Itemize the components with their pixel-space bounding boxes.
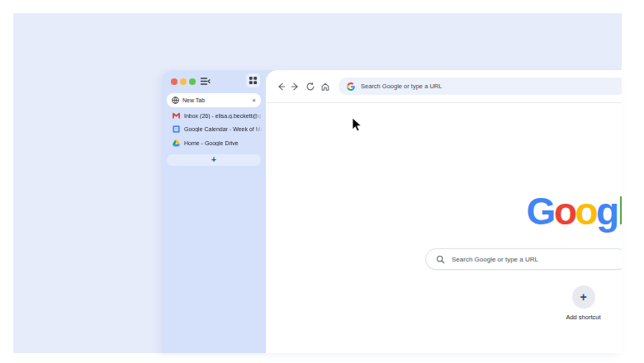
globe-icon	[172, 97, 179, 104]
add-shortcut-button[interactable]: +	[572, 285, 595, 309]
tab-new-tab[interactable]: New Tab ×	[167, 93, 261, 107]
tab-google-drive[interactable]: Home - Google Drive	[162, 136, 266, 150]
minimize-window-button[interactable]	[180, 78, 187, 85]
logo-letter: l	[618, 190, 622, 233]
browser-window: New Tab × Inbox (26) - elisa.g.beckett@g…	[162, 70, 622, 353]
new-tab-button[interactable]: +	[167, 154, 261, 166]
refresh-button[interactable]	[303, 79, 318, 94]
ntp-search-placeholder: Search Google or type a URL	[452, 256, 538, 263]
browser-toolbar: Search Google or type a URL	[266, 70, 622, 102]
back-button[interactable]	[273, 79, 288, 94]
plus-icon: +	[580, 291, 586, 303]
close-window-button[interactable]	[171, 78, 178, 85]
plus-icon: +	[211, 156, 216, 164]
vertical-tab-sidebar: New Tab × Inbox (26) - elisa.g.beckett@g…	[162, 70, 266, 353]
calendar-icon: 31	[173, 125, 180, 133]
tab-label: Google Calendar - Week of Ma	[184, 126, 263, 132]
desktop-screenshot: { "sidebar": { "window_controls": { "clo…	[0, 0, 644, 363]
add-shortcut-label: Add shortcut	[560, 314, 607, 321]
tab-label: New Tab	[182, 97, 249, 103]
forward-button[interactable]	[288, 79, 303, 94]
google-logo: Googl	[527, 192, 622, 230]
search-icon	[436, 255, 445, 264]
add-shortcut[interactable]: + Add shortcut	[560, 285, 607, 321]
ntp-search-box[interactable]: Search Google or type a URL	[425, 248, 622, 270]
home-button[interactable]	[318, 79, 333, 94]
maximize-window-button[interactable]	[189, 78, 196, 85]
address-bar[interactable]: Search Google or type a URL	[339, 78, 622, 95]
sidebar-header	[162, 70, 266, 90]
gmail-icon	[173, 112, 180, 120]
svg-text:31: 31	[175, 128, 178, 131]
collapse-sidebar-icon[interactable]	[200, 76, 211, 87]
grid-icon	[249, 76, 258, 85]
tab-grid-button[interactable]	[246, 73, 260, 87]
tab-label: Inbox (26) - elisa.g.beckett@g	[184, 113, 263, 119]
tab-label: Home - Google Drive	[184, 140, 263, 146]
close-tab-icon[interactable]: ×	[252, 97, 256, 104]
tab-gmail-inbox[interactable]: Inbox (26) - elisa.g.beckett@g	[162, 109, 266, 123]
mouse-cursor	[352, 117, 362, 132]
logo-letter: G	[527, 190, 554, 233]
address-bar-placeholder: Search Google or type a URL	[361, 82, 442, 90]
logo-letter: g	[596, 190, 618, 233]
browser-content: Search Google or type a URL Googl Search…	[266, 70, 622, 353]
tab-google-calendar[interactable]: 31 Google Calendar - Week of Ma	[162, 123, 266, 137]
drive-icon	[173, 139, 180, 147]
google-g-icon	[347, 82, 355, 91]
new-tab-page: Googl Search Google or type a URL + Add …	[266, 103, 622, 353]
logo-letter: o	[575, 190, 597, 233]
logo-letter: o	[554, 190, 575, 233]
